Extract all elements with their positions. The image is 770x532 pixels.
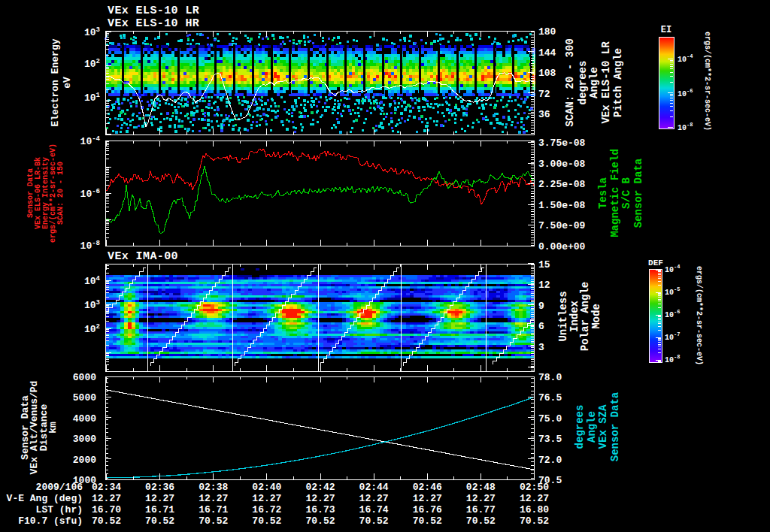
svg-text:Magnetic Field: Magnetic Field bbox=[609, 149, 621, 237]
svg-text:Unitless: Unitless bbox=[557, 291, 569, 341]
svg-text:Angle: Angle bbox=[586, 411, 598, 443]
svg-text:72: 72 bbox=[538, 89, 550, 100]
svg-text:ergs/(cm**2-sr-sec-eV): ergs/(cm**2-sr-sec-eV) bbox=[703, 32, 711, 131]
svg-text:EI: EI bbox=[661, 25, 671, 35]
svg-text:70.52: 70.52 bbox=[413, 515, 442, 527]
svg-text:12.27: 12.27 bbox=[359, 493, 389, 504]
svg-text:16.71: 16.71 bbox=[145, 504, 174, 515]
svg-text:15: 15 bbox=[538, 259, 550, 271]
svg-text:3.75e-08: 3.75e-08 bbox=[538, 138, 586, 149]
svg-text:V-E Ang (deg): V-E Ang (deg) bbox=[7, 493, 83, 504]
svg-text:73.5: 73.5 bbox=[538, 434, 562, 445]
svg-text:2000: 2000 bbox=[73, 455, 96, 466]
svg-text:degrees: degrees bbox=[577, 61, 589, 105]
svg-text:70.52: 70.52 bbox=[199, 515, 228, 527]
svg-text:km: km bbox=[47, 422, 59, 434]
svg-text:ergs/(cm**2-sr-sec-eV): ergs/(cm**2-sr-sec-eV) bbox=[695, 266, 703, 365]
svg-text:Tesla: Tesla bbox=[597, 177, 609, 209]
svg-text:16.74: 16.74 bbox=[359, 504, 389, 515]
svg-text:degrees: degrees bbox=[574, 405, 586, 449]
svg-text:12.27: 12.27 bbox=[145, 493, 174, 504]
svg-text:02:44: 02:44 bbox=[359, 482, 389, 493]
svg-text:70.52: 70.52 bbox=[145, 515, 174, 527]
svg-text:72.0: 72.0 bbox=[538, 455, 562, 466]
svg-text:Sensor Data: Sensor Data bbox=[632, 158, 644, 228]
svg-text:70.52: 70.52 bbox=[252, 515, 281, 527]
svg-text:VEx ELS-10 LR: VEx ELS-10 LR bbox=[600, 41, 612, 124]
svg-text:02:48: 02:48 bbox=[466, 482, 496, 493]
svg-text:78.0: 78.0 bbox=[538, 372, 562, 383]
svg-text:2009/106: 2009/106 bbox=[36, 482, 83, 493]
svg-text:S/C B: S/C B bbox=[620, 177, 632, 209]
svg-text:5000: 5000 bbox=[73, 392, 96, 404]
svg-text:Mode: Mode bbox=[590, 304, 602, 329]
svg-text:02:46: 02:46 bbox=[413, 482, 442, 493]
svg-text:VEx IMA-00: VEx IMA-00 bbox=[108, 250, 178, 263]
svg-text:02:50: 02:50 bbox=[520, 482, 549, 493]
svg-text:02:36: 02:36 bbox=[145, 482, 174, 493]
svg-text:36: 36 bbox=[538, 109, 550, 120]
svg-text:76.5: 76.5 bbox=[538, 392, 562, 404]
svg-text:02:40: 02:40 bbox=[252, 482, 281, 493]
svg-text:7.50e-09: 7.50e-09 bbox=[538, 220, 586, 231]
svg-text:eV: eV bbox=[62, 77, 73, 89]
svg-text:SCAN: 20 - 150: SCAN: 20 - 150 bbox=[56, 162, 65, 225]
svg-text:108: 108 bbox=[538, 68, 556, 79]
svg-text:75.0: 75.0 bbox=[538, 413, 562, 425]
svg-text:16.72: 16.72 bbox=[252, 504, 281, 515]
svg-text:Polar Angle: Polar Angle bbox=[579, 282, 591, 351]
svg-text:16.70: 16.70 bbox=[92, 504, 121, 515]
svg-text:12.27: 12.27 bbox=[466, 493, 496, 504]
svg-text:3.00e-08: 3.00e-08 bbox=[538, 159, 586, 170]
svg-text:70.52: 70.52 bbox=[466, 515, 496, 527]
svg-text:4000: 4000 bbox=[73, 413, 96, 425]
svg-text:02:34: 02:34 bbox=[92, 482, 121, 493]
svg-text:12.27: 12.27 bbox=[520, 493, 549, 504]
svg-text:70.52: 70.52 bbox=[520, 515, 549, 527]
svg-text:Index: Index bbox=[568, 300, 581, 332]
svg-text:3000: 3000 bbox=[73, 434, 96, 445]
svg-text:2.25e-08: 2.25e-08 bbox=[538, 179, 586, 190]
svg-text:VEx ELS-10 LR: VEx ELS-10 LR bbox=[108, 5, 199, 17]
svg-text:Sensor Data: Sensor Data bbox=[609, 391, 621, 461]
svg-text:16.80: 16.80 bbox=[520, 504, 549, 515]
svg-text:9: 9 bbox=[538, 301, 544, 312]
svg-text:70.52: 70.52 bbox=[92, 515, 121, 527]
svg-text:70.52: 70.52 bbox=[305, 515, 335, 527]
svg-text:12.27: 12.27 bbox=[199, 493, 228, 504]
svg-text:0.00e+00: 0.00e+00 bbox=[538, 241, 586, 252]
svg-text:Angle: Angle bbox=[588, 67, 600, 98]
svg-text:16.73: 16.73 bbox=[305, 504, 335, 515]
svg-text:12.27: 12.27 bbox=[252, 493, 281, 504]
svg-text:1.50e-08: 1.50e-08 bbox=[538, 200, 586, 211]
svg-text:SCAN: 20 - 300: SCAN: 20 - 300 bbox=[564, 38, 576, 127]
svg-text:DEF: DEF bbox=[648, 258, 663, 268]
svg-text:12.27: 12.27 bbox=[305, 493, 335, 504]
svg-text:16.77: 16.77 bbox=[466, 504, 496, 515]
svg-text:180: 180 bbox=[538, 26, 556, 38]
svg-text:12.27: 12.27 bbox=[413, 493, 442, 504]
svg-text:VEx SZA: VEx SZA bbox=[597, 404, 609, 449]
svg-text:Pitch Angle: Pitch Angle bbox=[612, 48, 624, 117]
svg-text:3: 3 bbox=[538, 342, 544, 353]
svg-text:6000: 6000 bbox=[73, 372, 96, 383]
svg-text:02:42: 02:42 bbox=[305, 482, 335, 493]
svg-text:6: 6 bbox=[538, 321, 544, 332]
svg-text:VEx ELS-10 HR: VEx ELS-10 HR bbox=[108, 17, 199, 30]
svg-text:F10.7 (sfu): F10.7 (sfu) bbox=[18, 515, 83, 527]
svg-text:144: 144 bbox=[538, 47, 556, 59]
svg-text:16.71: 16.71 bbox=[199, 504, 228, 515]
svg-text:12.27: 12.27 bbox=[92, 493, 121, 504]
svg-text:LST (hr): LST (hr) bbox=[36, 504, 83, 515]
svg-text:02:38: 02:38 bbox=[199, 482, 228, 493]
svg-text:16.76: 16.76 bbox=[413, 504, 442, 515]
svg-text:12: 12 bbox=[538, 280, 550, 291]
svg-text:Electron Energy: Electron Energy bbox=[50, 38, 61, 126]
svg-text:70.52: 70.52 bbox=[359, 515, 389, 527]
